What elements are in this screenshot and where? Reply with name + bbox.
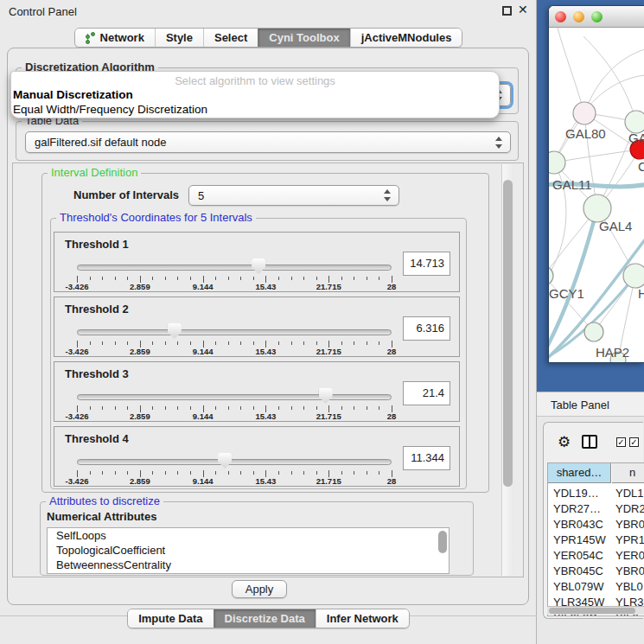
network-graph: GAL80 GA C GAL11 GAL4 GCY1 H HAP2 [549,28,644,363]
threshold-3-slider-thumb[interactable] [319,388,333,404]
settings-scrollbar-thumb[interactable] [503,180,513,487]
slider-tick [165,341,166,345]
tab-infer-network[interactable]: Infer Network [316,609,409,628]
tab-impute-data[interactable]: Impute Data [128,609,213,628]
slider-tick [316,341,317,345]
node-label-gcy1: GCY1 [549,286,584,301]
slider-scale-label: 15.43 [256,282,277,291]
threshold-4-value-field[interactable]: 11.344 [403,446,450,470]
threshold-4-slider-thumb[interactable] [218,453,232,469]
list-item[interactable]: TopologicalCoefficient [48,543,449,558]
slider-scale-label: 15.43 [256,476,277,486]
list-scrollbar-thumb[interactable] [438,531,447,553]
tab-jactivemnodules[interactable]: jActiveMNodules [350,29,462,47]
node-gal11[interactable] [549,151,565,174]
control-panel: Control Panel ✕ Network Style Select Cyn… [0,0,537,644]
apply-button[interactable]: Apply [232,580,287,598]
table-row[interactable]: YPR145WYPR1 [548,532,644,548]
minimize-traffic-light[interactable] [573,11,584,22]
table-row[interactable]: YBR043CYBR0 [548,517,644,532]
node-hap2[interactable] [584,322,603,341]
number-of-intervals-value: 5 [198,189,204,202]
network-canvas[interactable]: GAL80 GA C GAL11 GAL4 GCY1 H HAP2 [549,28,644,363]
threshold-3-block: Threshold 3 -3.4262.8599.14415.4321.7152… [54,361,460,422]
slider-tick [165,277,166,280]
table-row[interactable]: YDR27…YDR2 [548,501,644,517]
dropdown-item-equal-width[interactable]: Equal Width/Frequency Discretization [13,103,497,116]
zoom-traffic-light[interactable] [591,11,603,22]
group-title-attributes: Attributes to discretize [46,494,163,507]
node-label-gal11: GAL11 [552,177,592,192]
slider-tick [240,406,241,410]
slider-tick [240,341,241,345]
float-window-icon[interactable] [502,6,512,16]
stepper-icon [495,137,503,149]
tab-select[interactable]: Select [203,29,258,47]
slider-tick [316,471,317,475]
threshold-3-value-field[interactable]: 21.4 [403,381,450,405]
threshold-1-block: Threshold 1 -3.4262.8599.14415.4321.7152… [54,232,460,292]
slider-scale-label: 28 [387,411,397,421]
table-data-select[interactable]: galFiltered.sif default node [25,131,511,153]
numerical-attributes-label: Numerical Attributes [47,510,156,523]
node-gcy1[interactable] [549,266,553,285]
table-row[interactable]: YBR045CYBR0 [548,564,644,579]
threshold-1-slider-track[interactable] [77,265,392,271]
number-of-intervals-label: Number of Intervals [73,188,179,201]
table-hscrollbar-thumb[interactable] [549,608,635,614]
threshold-2-slider-thumb[interactable] [168,323,182,339]
number-of-intervals-select[interactable]: 5 [188,185,399,206]
tab-network-label: Network [100,31,144,44]
slider-tick [190,277,191,280]
slider-scale-label: -3.426 [66,282,89,291]
slider-tick [253,277,254,280]
tab-cyni-toolbox[interactable]: Cyni Toolbox [258,29,349,47]
threshold-1-value-field[interactable]: 14.713 [403,252,450,276]
slider-tick [341,406,342,410]
list-item[interactable]: SelfLoops [48,528,449,543]
column-header-shared[interactable]: shared… [548,463,611,483]
slider-tick [367,277,367,280]
node-h[interactable] [623,264,644,288]
slider-tick [152,341,153,345]
slider-tick [379,471,379,475]
table-row[interactable]: YER054CYER0 [548,548,644,564]
threshold-1-slider-thumb[interactable] [252,258,265,274]
slider-tick [115,277,116,280]
gear-icon[interactable]: ⚙ [558,433,571,451]
slider-scale-label: 21.715 [316,347,341,356]
slider-tick [215,341,216,345]
slider-tick [303,471,304,475]
close-traffic-light[interactable] [555,11,566,22]
network-icon [86,32,96,44]
threshold-2-slider-track[interactable] [77,329,392,335]
slider-tick [177,406,178,410]
node-label-gal80: GAL80 [565,126,606,141]
dropdown-item-manual[interactable]: Manual Discretization [13,88,497,101]
tab-network[interactable]: Network [75,29,155,47]
table-row[interactable]: YBL079WYBL0 [548,579,644,595]
tab-discretize-data[interactable]: Discretize Data [214,609,316,628]
table-hscrollbar-track[interactable] [547,606,644,615]
threshold-4-slider-track[interactable] [77,459,392,465]
threshold-2-value-field[interactable]: 6.316 [403,316,450,341]
node-gal80[interactable] [573,102,596,124]
slider-tick [303,406,304,410]
column-header-name[interactable]: n [612,463,644,483]
table-row[interactable]: YDL19…YDL1 [548,486,644,501]
network-window-titlebar[interactable] [549,6,644,28]
checkbox-icon[interactable]: ✓ [629,437,639,447]
tab-style[interactable]: Style [155,29,203,47]
split-columns-icon[interactable] [582,435,597,449]
list-item[interactable]: BetweennessCentrality [48,558,449,572]
slider-scale-label: -3.426 [66,476,89,486]
slider-tick [253,406,254,410]
dropdown-hint: Select algorithm to view settings [11,74,499,87]
checkbox-icon[interactable]: ✓ [616,437,626,447]
close-icon[interactable]: ✕ [518,3,528,16]
slider-scale-label: 9.144 [193,282,214,291]
table-panel-header: Table Panel [537,392,644,417]
threshold-3-slider-track[interactable] [77,394,392,400]
table-panel-window: ⚙ ✓ ✓ shared… n YDL19…YDL1 YDR27…YDR2 YB… [543,422,643,619]
panel-title: Control Panel [9,5,77,18]
